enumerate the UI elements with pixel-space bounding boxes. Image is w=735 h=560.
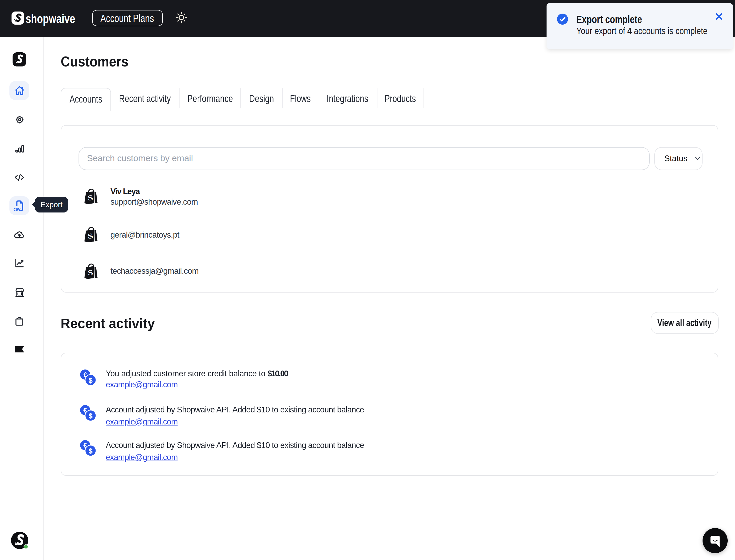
svg-text:S: S [87, 194, 93, 202]
svg-text:$: $ [88, 447, 92, 455]
svg-text:S: S [87, 232, 93, 240]
svg-text:S: S [87, 268, 93, 277]
svg-text:csv: csv [13, 206, 21, 212]
svg-text:$: $ [88, 412, 92, 420]
svg-text:$: $ [88, 376, 92, 384]
